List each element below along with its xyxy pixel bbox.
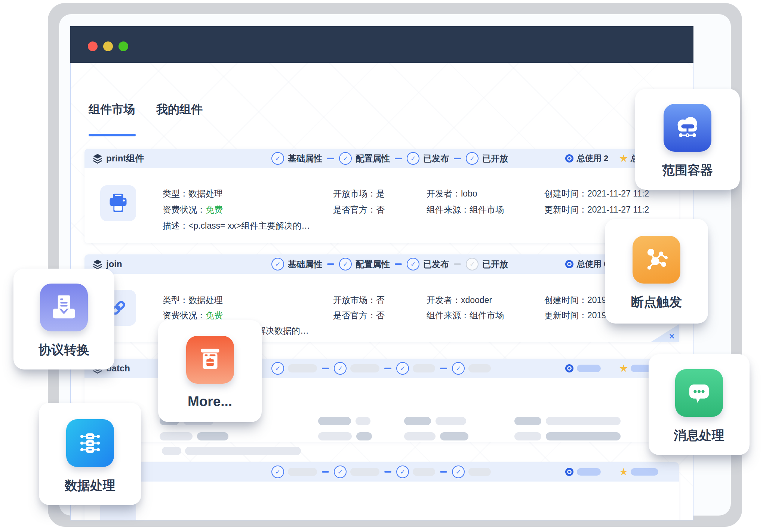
field-value-free: 免费: [206, 205, 223, 214]
star-icon: ★: [619, 154, 628, 164]
skeleton-pill: [514, 417, 541, 425]
field-value: 2021-11-27 11:2: [587, 205, 649, 214]
close-traffic-light[interactable]: [88, 41, 98, 51]
maximize-traffic-light[interactable]: [119, 41, 128, 51]
step-check-icon: ✓: [334, 362, 347, 375]
field-label: 描述：: [163, 221, 188, 231]
step-check-icon: ✓: [407, 152, 419, 165]
field-value-free: 免费: [206, 310, 223, 320]
float-card-protocol-convert[interactable]: 协议转换: [13, 269, 114, 369]
step-label: 配置属性: [356, 259, 390, 270]
storefront-icon: [186, 336, 234, 384]
step-check-icon: ✓: [339, 152, 352, 165]
usage-eye-icon: [565, 154, 573, 163]
usage-eye-icon: [565, 468, 573, 476]
card-header: join ✓ 基础属性 ✓ 配置属性 ✓ 已发布 ✓: [84, 254, 679, 274]
usage-count: 总使用 2: [565, 149, 608, 168]
float-card-message-processing[interactable]: 消息处理: [649, 354, 750, 455]
usage-eye-icon: [565, 260, 573, 268]
step-check-icon: ✓: [396, 362, 409, 375]
field-value: 组件市场: [470, 310, 504, 320]
component-card-print[interactable]: print组件 ✓ 基础属性 ✓ 配置属性 ✓ 已发布 ✓ 已开放: [84, 149, 679, 243]
step-label: 已发布: [423, 153, 449, 164]
skeleton-pill: [356, 432, 372, 440]
field-label: 是否官方：: [333, 310, 376, 320]
skeleton-pill: [350, 468, 379, 476]
skeleton-pill: [404, 432, 436, 440]
field-value: 否: [376, 295, 385, 305]
step-label: 已开放: [482, 153, 508, 164]
data-nodes-icon: [66, 419, 114, 467]
skeleton-pill: [197, 432, 228, 440]
skeleton-pill: [468, 364, 491, 372]
usage-eye-icon: [565, 364, 573, 372]
step-check-icon: ✓: [452, 362, 465, 375]
float-card-data-processing[interactable]: 数据处理: [39, 403, 141, 505]
float-card-label: 协议转换: [39, 341, 89, 359]
card-body: 类型：数据处理 资费状况：免费 描述：<p.class= xx>组件主要解决的……: [84, 168, 679, 243]
app-window: 组件市场 我的组件 print组件 ✓ 基础属性 ✓: [70, 26, 693, 520]
field-label: 创建时间：: [544, 295, 587, 305]
field-value: xdooder: [461, 295, 492, 305]
step-connector: [440, 368, 447, 369]
minimize-traffic-light[interactable]: [103, 41, 113, 51]
float-card-breakpoint-trigger[interactable]: 断点触发: [605, 219, 708, 324]
step-check-icon: ✓: [271, 362, 284, 375]
float-card-label: 断点触发: [631, 294, 682, 311]
card-header: print组件 ✓ 基础属性 ✓ 配置属性 ✓ 已发布 ✓ 已开放: [84, 149, 679, 168]
field-value: 是: [376, 189, 385, 198]
skeleton-pill: [356, 417, 370, 425]
step-connector: [395, 158, 402, 159]
float-card-label: More...: [188, 394, 232, 409]
step-connector: [454, 263, 461, 265]
cloud-network-icon: [664, 104, 711, 152]
field-label: 开发者：: [427, 295, 461, 305]
skeleton-pill: [436, 417, 466, 425]
field-value: 组件市场: [470, 205, 504, 214]
skeleton-pill: [413, 364, 435, 372]
tab-my-components[interactable]: 我的组件: [156, 102, 203, 117]
tab-component-market[interactable]: 组件市场: [89, 102, 135, 117]
skeleton-pill: [318, 417, 351, 425]
usage-count-skeleton: [565, 359, 601, 378]
step-connector: [327, 158, 334, 159]
field-value: lobo: [461, 189, 477, 198]
card-body: [84, 482, 679, 520]
rating-skeleton: ★: [619, 462, 658, 482]
skeleton-pill: [288, 364, 317, 372]
field-value: 否: [376, 205, 385, 214]
skeleton-pill: [514, 432, 541, 440]
screenshot-stage: 组件市场 我的组件 print组件 ✓ 基础属性 ✓: [0, 0, 763, 532]
float-card-more[interactable]: More...: [158, 320, 262, 422]
close-card-icon[interactable]: ×: [669, 332, 674, 341]
step-check-icon: ✓: [396, 466, 409, 478]
status-steps: ✓ 基础属性 ✓ 配置属性 ✓ 已发布 ✓ 已开放: [271, 149, 508, 168]
skeleton-pill: [468, 468, 491, 476]
field-label: 组件来源：: [427, 205, 470, 214]
field-label: 组件来源：: [427, 310, 470, 320]
step-check-icon: ✓: [466, 152, 479, 165]
skeleton-pill: [350, 364, 379, 372]
field-value: 数据处理: [188, 295, 223, 305]
step-check-icon: ✓: [407, 258, 419, 270]
float-card-range-container[interactable]: 范围容器: [635, 89, 740, 190]
step-check-icon: ✓: [271, 258, 284, 270]
skeleton-pill: [577, 365, 601, 372]
step-check-icon: ✓: [271, 466, 284, 478]
step-check-icon: ✓: [339, 258, 352, 270]
skeleton-pill: [577, 468, 601, 476]
component-card-skeleton[interactable]: ✓ ✓ ✓ ✓: [84, 462, 679, 520]
corner-fold: [650, 324, 679, 342]
skeleton-pill: [413, 468, 435, 476]
skeleton-pill: [546, 417, 621, 425]
usage-count-skeleton: [565, 462, 601, 482]
step-connector: [327, 263, 334, 265]
molecule-icon: [633, 236, 680, 284]
float-card-label: 范围容器: [662, 162, 713, 179]
component-name: print组件: [106, 149, 144, 168]
skeleton-pill: [160, 432, 193, 440]
field-label: 创建时间：: [544, 189, 587, 198]
field-label: 更新时间：: [544, 310, 587, 320]
float-card-label: 消息处理: [674, 427, 724, 444]
field-label: 类型：: [163, 189, 188, 198]
